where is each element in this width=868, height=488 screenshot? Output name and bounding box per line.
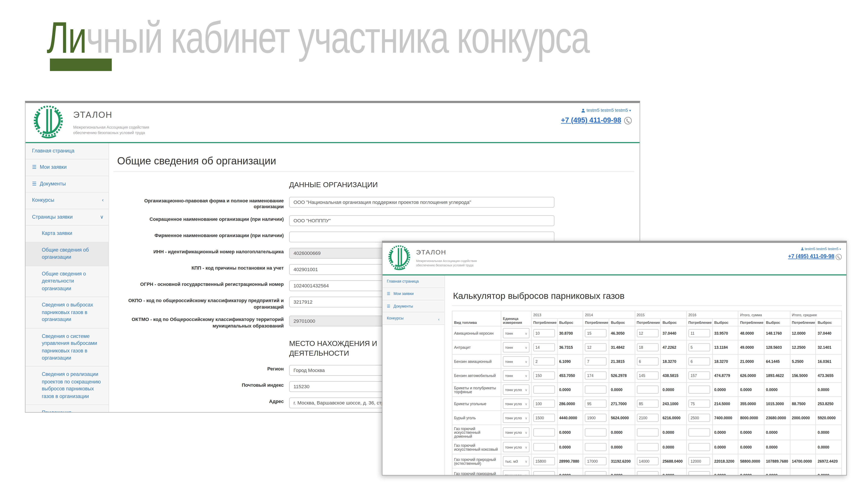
consumption-input[interactable] — [585, 329, 607, 337]
consumption-input[interactable] — [688, 471, 710, 475]
unit-select[interactable]: тонн усло∨ — [503, 427, 530, 438]
consumption-cell — [635, 326, 660, 340]
consumption-input[interactable] — [533, 443, 555, 451]
sidebar-item-10[interactable]: Сведения о реализации проектов по сокращ… — [26, 367, 109, 405]
sidebar: Главная страница☰Мои заявки☰ДокументыКон… — [26, 143, 109, 412]
consumption-input[interactable] — [585, 428, 607, 436]
emission-cell: 31.4842 — [609, 340, 635, 354]
phone-link[interactable]: +7 (495) 411-09-98 — [788, 253, 834, 259]
sidebar-item-8[interactable]: Сведения о выбросах парниковых газов в о… — [26, 297, 109, 328]
consumption-input[interactable] — [585, 471, 607, 475]
consumption-input[interactable] — [533, 357, 555, 366]
sidebar-item-label: Конкурсы — [387, 316, 404, 320]
consumption-input[interactable] — [585, 457, 607, 465]
unit-select[interactable]: тонн усло∨ — [503, 413, 530, 423]
consumption-input[interactable] — [533, 428, 555, 436]
col-subheader-emission: Выброс — [816, 319, 841, 326]
sidebar-item-3[interactable]: Конкурсы‹ — [26, 193, 109, 209]
consumption-input[interactable] — [637, 357, 658, 366]
consumption-input[interactable] — [585, 357, 607, 366]
consumption-input[interactable] — [688, 400, 710, 408]
sidebar-item-0[interactable]: Главная страница — [382, 275, 444, 288]
consumption-cell — [531, 440, 557, 454]
sidebar-item-0[interactable]: Главная страница — [26, 143, 109, 160]
consumption-input[interactable] — [637, 371, 658, 380]
app-header: ЭТАЛОН Межрегиональная Ассоциация содейс… — [382, 243, 846, 275]
col-header-fuel: Вид топлива — [452, 311, 501, 326]
consumption-input[interactable] — [688, 457, 710, 465]
consumption-input[interactable] — [585, 386, 607, 394]
emission-cell: 214.5000 — [712, 397, 738, 411]
consumption-input[interactable] — [637, 443, 658, 451]
sidebar-item-5[interactable]: Карта заявки — [26, 226, 109, 242]
consumption-input[interactable] — [533, 386, 555, 394]
consumption-input[interactable] — [637, 400, 658, 408]
consumption-input[interactable] — [533, 400, 555, 408]
consumption-cell — [687, 383, 712, 397]
consumption-cell — [583, 440, 609, 454]
table-row: Газ горючий искусственный доменныйтонн у… — [452, 425, 842, 440]
fuel-name-cell: Газ горючий природный (сжиженный) — [452, 468, 501, 475]
consumption-input[interactable] — [585, 400, 607, 408]
sidebar-item-9[interactable]: Сведения о системе управления выбросами … — [26, 328, 109, 367]
unit-select[interactable]: тонн∨ — [503, 370, 530, 381]
unit-select[interactable]: тонн усло∨ — [503, 385, 530, 395]
consumption-input[interactable] — [688, 357, 710, 366]
consumption-input[interactable] — [688, 371, 710, 380]
consumption-input[interactable] — [637, 471, 658, 475]
unit-select[interactable]: тонн усло∨ — [503, 399, 530, 409]
unit-select[interactable]: тонн усло∨ — [503, 470, 530, 475]
brand-subtitle: Межрегиональная Ассоциация содействия об… — [73, 125, 149, 135]
consumption-cell — [531, 454, 557, 468]
consumption-input[interactable] — [688, 428, 710, 436]
unit-select[interactable]: тонн усло∨ — [503, 442, 530, 452]
consumption-input[interactable] — [637, 386, 658, 394]
unit-select-value: тонн усло — [505, 402, 522, 406]
consumption-cell — [583, 340, 609, 354]
consumption-input[interactable] — [533, 471, 555, 475]
sidebar-item-2[interactable]: ☰Документы — [26, 176, 109, 193]
phone-link[interactable]: +7 (495) 411-09-98 — [561, 116, 621, 124]
sidebar-item-11[interactable]: Приложения — [26, 405, 109, 413]
emission-cell: 6216.0000 — [660, 411, 686, 425]
fuel-name-cell: Брикеты и полубрикеты торфяные — [452, 383, 501, 397]
consumption-input[interactable] — [637, 414, 658, 422]
consumption-input[interactable] — [637, 428, 658, 436]
consumption-input[interactable] — [637, 329, 658, 337]
unit-select[interactable]: тыс. м3∨ — [503, 456, 530, 466]
consumption-input[interactable] — [688, 343, 710, 352]
consumption-input[interactable] — [637, 343, 658, 352]
consumption-cell — [687, 468, 712, 475]
consumption-input[interactable] — [585, 443, 607, 451]
emission-cell: 0.0000 — [609, 440, 635, 454]
consumption-input[interactable] — [533, 329, 555, 337]
sidebar-item-1[interactable]: ☰Мои заявки — [26, 160, 109, 176]
unit-select[interactable]: тонн∨ — [503, 342, 530, 353]
sidebar-item-6[interactable]: Общие сведения об организации — [26, 242, 109, 266]
consumption-input[interactable] — [688, 329, 710, 337]
sidebar-item-7[interactable]: Общие сведения о деятельности организаци… — [26, 266, 109, 297]
consumption-input[interactable] — [688, 443, 710, 451]
section-heading-location: МЕСТО НАХОЖДЕНИЯ И ДЕЯТЕЛЬНОСТИ — [289, 339, 398, 358]
sidebar-item-1[interactable]: ☰Мои заявки — [382, 288, 444, 300]
consumption-input[interactable] — [585, 414, 607, 422]
unit-select[interactable]: тонн∨ — [503, 328, 530, 338]
emission-cell: 36.7315 — [557, 340, 583, 354]
consumption-input[interactable] — [637, 457, 658, 465]
consumption-input[interactable] — [688, 386, 710, 394]
user-menu[interactable]: testm5 testm5 testm5 ▾ — [581, 108, 631, 113]
consumption-input[interactable] — [533, 371, 555, 380]
consumption-input[interactable] — [533, 414, 555, 422]
sidebar-item-3[interactable]: Конкурсы‹ — [382, 313, 444, 325]
consumption-input[interactable] — [688, 414, 710, 422]
consumption-input[interactable] — [585, 371, 607, 380]
consumption-input[interactable] — [533, 457, 555, 465]
sidebar-item-4[interactable]: Страницы заявки∨ — [26, 209, 109, 226]
sidebar-item-2[interactable]: ☰Документы — [382, 300, 444, 313]
consumption-input[interactable] — [585, 343, 607, 352]
text-input[interactable] — [289, 215, 555, 226]
consumption-input[interactable] — [533, 343, 555, 352]
text-input[interactable] — [289, 196, 555, 207]
user-menu[interactable]: testm5 testm5 testm5 ▾ — [801, 247, 841, 251]
unit-select[interactable]: тонн∨ — [503, 356, 530, 367]
